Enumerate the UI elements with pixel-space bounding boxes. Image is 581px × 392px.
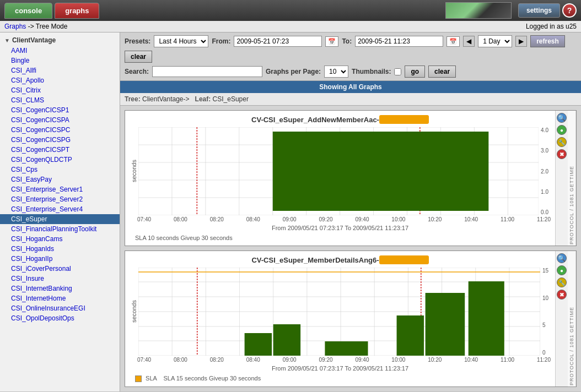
- info-icon-4[interactable]: 🔧: [557, 277, 567, 287]
- sidebar-item[interactable]: CSI_EasyPay: [0, 175, 120, 184]
- sidebar-item[interactable]: CSI_OnlineInsuranceEGI: [0, 303, 120, 313]
- to-label: To:: [342, 37, 352, 45]
- sidebar-item[interactable]: CSI_HoganIIp: [0, 254, 120, 264]
- y-ticks-1: 4.0 3.0 2.0 1.0 0.0: [539, 127, 551, 215]
- search-input[interactable]: [152, 66, 262, 77]
- to-calendar-icon[interactable]: 📅: [446, 36, 460, 47]
- graph-main-2: CV-CSI_eSuper_MemberDetailsAng6- seconds: [125, 251, 555, 386]
- x-ticks-1: 07:4008:0008:2008:4009:0009:2009:4010:00…: [130, 216, 551, 222]
- svg-rect-50: [469, 281, 504, 356]
- graph-title-redacted-2: [379, 255, 429, 264]
- svg-rect-21: [273, 132, 489, 211]
- from-input[interactable]: [234, 36, 322, 47]
- sidebar-item[interactable]: CSI_Enterprise_Server2: [0, 194, 120, 204]
- clear2-button[interactable]: clear: [428, 66, 456, 78]
- sidebar-item[interactable]: CSI_CogenCICSPC: [0, 125, 120, 135]
- sidebar-item[interactable]: CSI_Enterprise_Server1: [0, 184, 120, 194]
- showing-text: Showing All Graphs: [319, 83, 382, 91]
- sidebar-item[interactable]: CSI_Enterprise_Server4: [0, 204, 120, 214]
- controls-panel: Presets: Last 4 Hours From: 📅 To: 📅 ◀ 1 …: [120, 32, 581, 81]
- presets-label: Presets:: [125, 37, 150, 45]
- sidebar-item[interactable]: CSI_Citrix: [0, 85, 120, 95]
- from-calendar-icon[interactable]: 📅: [325, 36, 338, 47]
- sidebar-item[interactable]: CSI_OpolDepositOps: [0, 313, 120, 323]
- info-icon-1[interactable]: ●: [557, 125, 567, 135]
- help-button[interactable]: ?: [562, 3, 577, 18]
- graph-card-2: CV-CSI_eSuper_MemberDetailsAng6- seconds: [125, 251, 577, 387]
- prev-arrow[interactable]: ◀: [463, 36, 475, 47]
- presets-select[interactable]: Last 4 Hours: [154, 35, 208, 47]
- graph-sla-1: SLA 10 seconds Giveup 30 seconds: [130, 235, 551, 241]
- svg-rect-48: [397, 315, 424, 356]
- day-select[interactable]: 1 Day: [478, 35, 512, 47]
- tree-label: Tree:: [125, 95, 141, 103]
- graph-side-icons-1: 🔍 ● 🔧 ✖: [555, 111, 568, 246]
- graph-right-panel-1: 🔍 ● 🔧 ✖ PROTOCOL / 1081 GETTIME: [555, 111, 576, 246]
- graph-title-2: CV-CSI_eSuper_MemberDetailsAng6-: [130, 255, 551, 264]
- control-row-1: Presets: Last 4 Hours From: 📅 To: 📅 ◀ 1 …: [125, 35, 577, 63]
- expand-icon: ▼: [4, 37, 10, 43]
- graph-area-1: [138, 127, 539, 215]
- graph-footer-2: From 2009/05/21 07:23:17 To 2009/05/21 1…: [130, 365, 551, 372]
- sidebar-item[interactable]: CSI_eSuper: [0, 214, 120, 224]
- refresh-button[interactable]: refresh: [530, 35, 565, 47]
- sidebar-item[interactable]: CSI_HoganCams: [0, 234, 120, 244]
- sidebar-item[interactable]: CSI_CogenQLDCTP: [0, 155, 120, 165]
- sidebar-item[interactable]: CSI_CogenCICSP1: [0, 105, 120, 115]
- main-layout: ▼ ClientVantage AAMIBingleCSI_AllfiCSI_A…: [0, 32, 581, 391]
- sidebar-item[interactable]: CSI_CogenCICSPT: [0, 145, 120, 155]
- sidebar-item[interactable]: CSI_InternetHome: [0, 293, 120, 303]
- graph-title-1: CV-CSI_eSuper_AddNewMemberAac-: [130, 115, 551, 124]
- showing-bar: Showing All Graphs: [120, 81, 581, 93]
- info-icon-2[interactable]: 🔧: [557, 137, 567, 147]
- zoom-icon[interactable]: 🔍: [557, 113, 567, 123]
- graph-title-redacted-1: [379, 115, 429, 124]
- sidebar-items: AAMIBingleCSI_AllfiCSI_ApolloCSI_CitrixC…: [0, 46, 120, 323]
- top-bar: console graphs settings ?: [0, 0, 581, 21]
- next-arrow[interactable]: ▶: [515, 36, 527, 47]
- sidebar-item[interactable]: CSI_CLMS: [0, 95, 120, 105]
- graph-svg-2: [138, 268, 540, 356]
- y-ticks-2: 15 10 5 0: [540, 268, 551, 356]
- sidebar-item[interactable]: CSI_HoganIds: [0, 244, 120, 254]
- graph-title-text-2: CV-CSI_eSuper_MemberDetailsAng6-: [251, 256, 379, 264]
- delete-icon-2[interactable]: ✖: [557, 290, 567, 300]
- sidebar-root[interactable]: ▼ ClientVantage: [0, 35, 120, 46]
- delete-icon[interactable]: ✖: [557, 149, 567, 159]
- zoom-icon-2[interactable]: 🔍: [557, 253, 567, 263]
- to-input[interactable]: [355, 36, 443, 47]
- sla-label: SLA: [146, 375, 157, 382]
- graph-right-panel-2: 🔍 ● 🔧 ✖ PROTOCOL / 1081 GETTIME: [555, 251, 576, 386]
- console-tab[interactable]: console: [4, 3, 52, 19]
- sidebar-item[interactable]: CSI_Insure: [0, 274, 120, 284]
- graph-side-icons-2: 🔍 ● 🔧 ✖: [555, 251, 568, 386]
- sidebar-item[interactable]: CSI_Apollo: [0, 75, 120, 85]
- graph-area-2: [138, 268, 540, 356]
- content-area: Presets: Last 4 Hours From: 📅 To: 📅 ◀ 1 …: [120, 32, 581, 391]
- sidebar-item[interactable]: CSI_InternetBanking: [0, 284, 120, 293]
- sidebar-item[interactable]: CSI_Cps: [0, 165, 120, 175]
- sidebar-item[interactable]: CSI_FinancialPlanningToolkit: [0, 224, 120, 234]
- graphs-link[interactable]: Graphs: [4, 23, 26, 30]
- graphs-tab[interactable]: graphs: [55, 3, 99, 19]
- thumbnails-label: Thumbnails:: [352, 68, 391, 75]
- sidebar-item[interactable]: Bingle: [0, 56, 120, 66]
- sidebar-item[interactable]: CSI_CogenCICSPA: [0, 115, 120, 125]
- graph-main-1: CV-CSI_eSuper_AddNewMemberAac- seconds: [125, 111, 555, 246]
- sidebar-item[interactable]: CSI_CogenCICSPG: [0, 135, 120, 145]
- graph-svg-1: [138, 127, 539, 215]
- clear-button[interactable]: clear: [125, 51, 152, 63]
- sidebar-root-label: ClientVantage: [12, 36, 56, 44]
- sla-text-2: SLA 15 seconds Giveup 30 seconds: [163, 375, 261, 382]
- search-label: Search:: [125, 68, 149, 75]
- graph-title-text-1: CV-CSI_eSuper_AddNewMemberAac-: [251, 116, 379, 124]
- thumbnails-checkbox[interactable]: [394, 68, 401, 75]
- info-icon-3[interactable]: ●: [557, 265, 567, 275]
- sidebar: ▼ ClientVantage AAMIBingleCSI_AllfiCSI_A…: [0, 32, 120, 391]
- settings-button[interactable]: settings: [518, 3, 560, 18]
- sidebar-item[interactable]: CSI_Allfi: [0, 66, 120, 75]
- go-button[interactable]: go: [405, 66, 425, 78]
- sidebar-item[interactable]: CSI_iCoverPersonal: [0, 264, 120, 274]
- sidebar-item[interactable]: AAMI: [0, 46, 120, 56]
- graphs-per-page-select[interactable]: 10: [324, 66, 348, 78]
